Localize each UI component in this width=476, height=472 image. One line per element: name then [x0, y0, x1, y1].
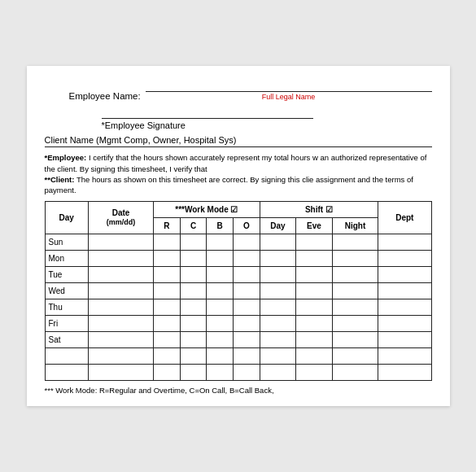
data-cell [207, 266, 234, 282]
data-cell [154, 315, 181, 331]
col-header-shift-day: Day [260, 217, 296, 234]
col-header-dept: Dept [378, 201, 431, 234]
col-header-c: C [180, 217, 207, 234]
data-cell [296, 347, 333, 364]
table-row [45, 364, 431, 380]
data-cell [180, 282, 207, 299]
employee-name-field: Full Legal Name [146, 81, 432, 101]
data-cell [207, 282, 234, 299]
day-cell [45, 347, 88, 364]
data-cell [207, 250, 234, 266]
table-row: Sun [45, 234, 431, 250]
table-row: Fri [45, 315, 431, 331]
data-cell [260, 266, 296, 282]
timesheet-page: Employee Name: Full Legal Name *Employee… [27, 66, 450, 405]
header-section: Employee Name: Full Legal Name *Employee… [45, 81, 432, 195]
client-text: The hours as shown on this timesheet are… [45, 175, 413, 194]
data-cell [332, 234, 378, 250]
data-cell [207, 234, 234, 250]
timesheet-body: SunMonTueWedThuFriSat [45, 234, 431, 380]
table-row: Wed [45, 282, 431, 299]
data-cell [154, 282, 181, 299]
table-row: Mon [45, 250, 431, 266]
data-cell [234, 266, 260, 282]
data-cell [332, 250, 378, 266]
data-cell [180, 315, 207, 331]
data-cell [207, 347, 234, 364]
data-cell [234, 250, 260, 266]
data-cell [378, 282, 431, 299]
data-cell [260, 282, 296, 299]
client-name-row: Client Name (Mgmt Comp, Owner, Hospital … [45, 135, 432, 147]
data-cell [180, 364, 207, 380]
data-cell [332, 266, 378, 282]
workmode-label: ***Work Mode [175, 205, 228, 214]
data-cell [378, 250, 431, 266]
data-cell [378, 234, 431, 250]
data-cell [234, 315, 260, 331]
data-cell [332, 315, 378, 331]
data-cell [180, 266, 207, 282]
data-cell [88, 347, 153, 364]
data-cell [296, 234, 333, 250]
col-header-o: O [234, 217, 260, 234]
data-cell [332, 347, 378, 364]
workmode-checkbox: ☑ [230, 205, 238, 214]
signature-label: *Employee Signature [102, 120, 432, 130]
data-cell [154, 299, 181, 315]
col-header-r: R [154, 217, 181, 234]
col-header-day: Day [45, 201, 88, 234]
data-cell [234, 234, 260, 250]
data-cell [332, 282, 378, 299]
data-cell [180, 299, 207, 315]
data-cell [332, 331, 378, 347]
day-cell: Mon [45, 250, 88, 266]
data-cell [260, 250, 296, 266]
data-cell [154, 250, 181, 266]
data-cell [88, 282, 153, 299]
table-row: Thu [45, 299, 431, 315]
signature-underline [102, 107, 313, 119]
data-cell [88, 315, 153, 331]
table-row [45, 347, 431, 364]
employee-name-label: Employee Name: [69, 91, 141, 101]
data-cell [88, 299, 153, 315]
data-cell [260, 299, 296, 315]
table-header-row: Day Date (mm/dd) ***Work Mode ☑ Shift ☑ … [45, 201, 431, 217]
footer-note: *** Work Mode: R=Regular and Overtime, C… [45, 386, 432, 395]
data-cell [260, 347, 296, 364]
data-cell [207, 331, 234, 347]
data-cell [296, 315, 333, 331]
data-cell [378, 364, 431, 380]
data-cell [180, 347, 207, 364]
data-cell [88, 331, 153, 347]
data-cell [296, 282, 333, 299]
data-cell [88, 250, 153, 266]
day-cell: Tue [45, 266, 88, 282]
data-cell [332, 364, 378, 380]
day-cell: Sat [45, 331, 88, 347]
data-cell [260, 234, 296, 250]
day-cell: Sun [45, 234, 88, 250]
full-legal-label: Full Legal Name [146, 93, 432, 101]
col-header-shift-night: Night [332, 217, 378, 234]
data-cell [154, 364, 181, 380]
data-cell [332, 299, 378, 315]
data-cell [234, 331, 260, 347]
data-cell [154, 347, 181, 364]
data-cell [234, 364, 260, 380]
data-cell [180, 331, 207, 347]
data-cell [296, 331, 333, 347]
col-header-b: B [207, 217, 234, 234]
data-cell [260, 364, 296, 380]
data-cell [180, 250, 207, 266]
employee-name-underline [146, 81, 432, 92]
data-cell [378, 299, 431, 315]
col-header-date-label: Date [112, 208, 130, 217]
data-cell [296, 250, 333, 266]
data-cell [154, 331, 181, 347]
day-cell [45, 364, 88, 380]
col-header-shift: Shift ☑ [260, 201, 378, 217]
data-cell [154, 234, 181, 250]
data-cell [378, 315, 431, 331]
